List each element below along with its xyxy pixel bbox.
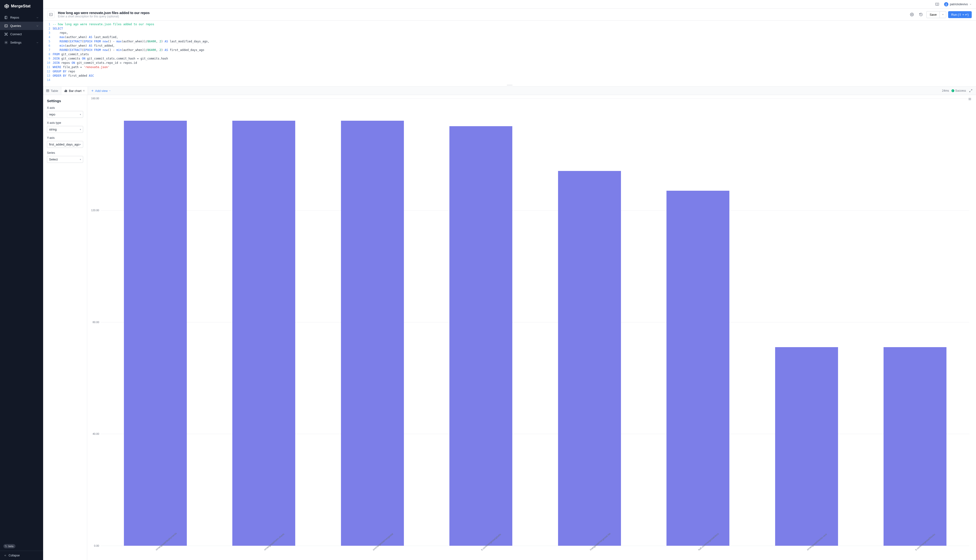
nav-item-repos[interactable]: Repos [0,13,43,22]
svg-line-31 [971,90,972,90]
select-x-axis-type[interactable]: string▾ [47,126,83,133]
nav-item-queries[interactable]: Queries [0,22,43,30]
brand-logo[interactable]: MergeStat [0,0,43,12]
chevron-down-icon [969,3,972,5]
chevron-down-icon [942,13,944,16]
y-tick-label: 160.00 [90,97,99,100]
query-header: How long ago were renovate.json files ad… [43,8,976,21]
bar-slot: n/mergestat/helm-charts [210,98,318,546]
svg-line-14 [7,33,7,34]
nav-item-connect[interactable]: Connect [0,30,43,38]
table-icon [46,89,49,92]
maximize-icon [969,89,973,92]
avatar [944,2,948,7]
select-series[interactable]: Select▾ [47,156,83,163]
svg-line-16 [7,35,7,35]
svg-rect-22 [47,90,49,92]
field-label: Series [47,151,83,155]
repo-icon [4,16,8,19]
chevron-down-icon [36,16,39,19]
select-y-axis[interactable]: first_added_days_ago▾ [47,141,83,148]
save-button-group: Save [926,11,946,18]
select-x-axis[interactable]: repo▾ [47,111,83,118]
svg-point-17 [6,42,7,43]
chevron-down-icon [36,41,39,44]
beta-badge: beta [3,544,15,548]
status-label: Success [955,89,966,92]
tab-bar-chart[interactable]: Bar chart× [61,87,88,95]
svg-line-15 [5,35,6,35]
query-settings-button[interactable] [908,11,916,18]
svg-point-18 [946,3,946,4]
terminal-icon [49,13,53,17]
bar[interactable] [450,126,512,546]
svg-rect-6 [5,25,7,27]
bar[interactable] [884,347,946,546]
check-icon: ✓ [951,89,954,92]
collapse-sidebar-button[interactable]: Collapse [0,551,43,560]
add-view-label: Add view [95,89,108,93]
add-view-button[interactable]: Add view [88,89,114,93]
tag-icon [5,545,7,548]
expand-results-button[interactable] [968,88,973,93]
nav-label: Queries [10,24,21,28]
user-icon [945,3,948,5]
settings-icon [4,41,8,44]
chevron-down-icon [109,90,111,92]
query-description[interactable]: Enter a short description for this query… [58,15,905,18]
chevron-down-icon [36,25,39,27]
bar-chart[interactable]: 0.0040.0080.00120.00160.00n/mergestat/de… [90,98,972,560]
save-button[interactable]: Save [926,11,939,18]
panel-resize-handle[interactable] [43,83,976,87]
beta-label: beta [8,545,13,548]
plus-icon [91,89,94,92]
chevron-down-icon: ▾ [80,128,81,131]
code-area[interactable]: -- how long ago were renovate.json files… [53,22,976,82]
bar-slot: n/mergestat/deployments [101,98,210,546]
svg-point-10 [7,33,8,33]
bar[interactable] [124,121,187,546]
nav-item-settings[interactable]: Settings [0,38,43,47]
field-label: Y-axis [47,136,83,140]
nav-label: Connect [10,32,22,36]
docs-button[interactable] [934,1,941,8]
sql-editor[interactable]: 1234567891011121314 -- how long ago were… [43,21,976,83]
bar[interactable] [232,121,295,546]
svg-point-9 [5,33,5,33]
bar[interactable] [667,191,729,546]
tab-label: Table [51,89,58,93]
y-tick-label: 80.00 [90,321,99,323]
user-menu[interactable]: patrickdevivo [944,2,972,7]
bar-slot: hub.com/mergestat/docs [644,98,752,546]
collapse-label: Collapse [8,554,20,557]
bar[interactable] [558,171,621,546]
chevron-down-icon: ▾ [80,158,81,161]
history-icon [919,13,923,17]
topbar: patrickdevivo [43,0,976,8]
nav-label: Repos [10,16,19,19]
chevron-down-icon: ▾ [80,143,81,146]
settings-title: Settings [47,99,83,103]
query-title[interactable]: How long ago were renovate.json files ad… [58,11,905,15]
bar[interactable] [341,121,404,546]
tab-label: Bar chart [69,89,82,93]
save-dropdown-button[interactable] [939,11,946,18]
field-label: X-axis type [47,121,83,125]
run-button[interactable]: Run (⇧ + ↵) [948,11,972,18]
close-icon[interactable]: × [83,89,85,93]
svg-line-13 [5,33,6,34]
select-value: string [49,128,57,131]
y-tick-label: 0.00 [90,544,99,547]
tab-table[interactable]: Table [43,87,61,95]
select-value: first_added_days_ago [49,143,80,146]
bar-slot: n/mergestat/blocks-next [752,98,861,546]
connect-icon [4,32,8,36]
select-value: Select [49,158,58,161]
chevrons-left-icon [4,554,7,557]
bar-slot: b.com/mergestat/blocks [861,98,969,546]
query-type-icon[interactable] [47,11,55,18]
nav-label: Settings [10,41,22,44]
bar[interactable] [775,347,838,546]
query-history-button[interactable] [918,11,924,18]
svg-point-21 [911,14,912,15]
